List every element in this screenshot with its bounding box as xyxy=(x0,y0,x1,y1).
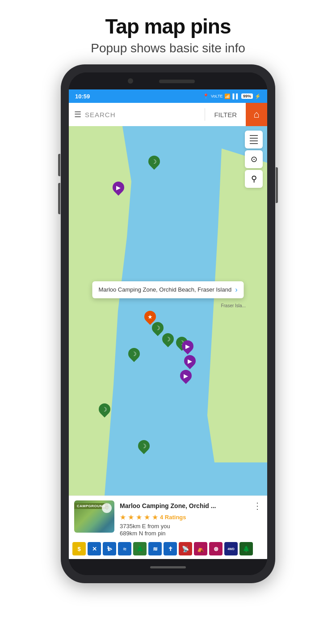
campsite-card[interactable]: CAMPGROUND ♡ Marloo Camping Zone, Orchid… xyxy=(69,496,267,559)
distance-east: 3735km E from you xyxy=(120,523,262,530)
amenity-tent: ⛺ xyxy=(194,542,207,555)
amenity-restricted: ⊗ xyxy=(209,542,223,555)
phone-screen: 10:59 📍 VoLTE 📶 ▌▌ 99% ⚡ ☰ SEARCH FILTER… xyxy=(69,89,267,559)
fraser-island-label: Fraser Isla... xyxy=(221,303,246,308)
distance-north: 689km N from pin xyxy=(120,530,262,537)
page-header: Tap map pins Popup shows basic site info xyxy=(73,0,263,64)
power-button xyxy=(276,167,278,203)
card-title-row: Marloo Camping Zone, Orchid ... ⋮ xyxy=(120,500,262,511)
phone-bottom-bar xyxy=(69,559,267,575)
map-popup-text: Marloo Camping Zone, Orchid Beach, Frase… xyxy=(98,286,231,293)
card-menu-button[interactable]: ⋮ xyxy=(249,500,262,511)
star-3: ★ xyxy=(136,513,142,521)
amenity-national-park: 🌲 xyxy=(239,542,253,555)
rating-row: ★ ★ ★ ★ ★ 4 Ratings xyxy=(120,513,262,521)
star-1: ★ xyxy=(120,513,126,521)
volume-up-button xyxy=(58,154,60,176)
map-controls: ⊙ ⚲ xyxy=(245,131,263,188)
popup-arrow-icon: › xyxy=(235,286,237,294)
crosshair-icon: ⊙ xyxy=(251,154,257,164)
amenity-swimming: ≋ xyxy=(148,542,162,555)
page-subtitle: Popup shows basic site info xyxy=(91,41,245,55)
phone-notch-bar xyxy=(69,72,267,89)
phone-bezel: 10:59 📍 VoLTE 📶 ▌▌ 99% ⚡ ☰ SEARCH FILTER… xyxy=(69,72,267,575)
home-button[interactable]: ⌂ xyxy=(246,103,267,126)
amenity-signal: 📡 xyxy=(179,542,192,555)
location-icon: 📍 xyxy=(203,93,209,99)
search-input[interactable]: SEARCH xyxy=(85,111,201,119)
menu-icon[interactable]: ☰ xyxy=(74,110,81,119)
amenity-trees: 🌲 xyxy=(133,542,147,555)
status-bar: 10:59 📍 VoLTE 📶 ▌▌ 99% ⚡ xyxy=(69,89,267,103)
rating-count: 4 Ratings xyxy=(160,514,186,521)
star-4: ★ xyxy=(144,513,150,521)
card-image: CAMPGROUND ♡ xyxy=(74,500,114,533)
lte-icon: VoLTE xyxy=(211,94,223,98)
card-info: Marloo Camping Zone, Orchid ... ⋮ ★ ★ ★ … xyxy=(120,500,262,537)
wifi-icon: 📶 xyxy=(224,93,231,99)
amenity-no-dogs: ✕ xyxy=(88,542,101,555)
search-pin-button[interactable]: ⚲ xyxy=(245,170,263,188)
location-button[interactable]: ⊙ xyxy=(245,150,263,168)
home-icon: ⌂ xyxy=(253,109,259,120)
layers-button[interactable] xyxy=(245,131,263,148)
favorite-button[interactable]: ♡ xyxy=(102,503,112,513)
pin-icon: ⚲ xyxy=(251,174,257,184)
amenity-water-activities: ≈ xyxy=(118,542,131,555)
card-main-content: CAMPGROUND ♡ Marloo Camping Zone, Orchid… xyxy=(69,496,267,539)
star-5: ★ xyxy=(152,513,158,521)
status-icons: 📍 VoLTE 📶 ▌▌ 99% ⚡ xyxy=(203,93,261,99)
amenity-4wd: 4WD xyxy=(224,542,238,555)
map-popup[interactable]: Marloo Camping Zone, Orchid Beach, Frase… xyxy=(92,281,244,298)
divider xyxy=(205,108,205,121)
amenity-fee: $ xyxy=(72,542,86,555)
earpiece-speaker xyxy=(159,80,195,83)
amenities-row: $✕⛷≈🌲≋✝📡⛺⊗4WD🌲 xyxy=(69,539,267,559)
campsite-name: Marloo Camping Zone, Orchid ... xyxy=(120,502,216,509)
search-bar[interactable]: ☰ SEARCH FILTER ⌂ xyxy=(69,103,267,126)
battery-indicator: 99% xyxy=(241,93,253,99)
charging-icon: ⚡ xyxy=(255,93,261,99)
status-time: 10:59 xyxy=(75,93,90,100)
signal-icon: ▌▌ xyxy=(232,93,239,99)
home-indicator xyxy=(150,566,186,568)
phone-shell: 10:59 📍 VoLTE 📶 ▌▌ 99% ⚡ ☰ SEARCH FILTER… xyxy=(61,64,275,583)
amenity-info: ✝ xyxy=(164,542,177,555)
filter-button[interactable]: FILTER xyxy=(209,111,242,119)
star-2: ★ xyxy=(128,513,134,521)
volume-down-button xyxy=(58,183,60,214)
page-title: Tap map pins xyxy=(91,14,245,38)
map-area[interactable]: Fraser Isla... ☽▶☽★☽☽▶☽▶▶☽☽ Marloo Campi… xyxy=(69,126,267,496)
amenity-activities: ⛷ xyxy=(103,542,116,555)
front-camera xyxy=(128,78,133,84)
